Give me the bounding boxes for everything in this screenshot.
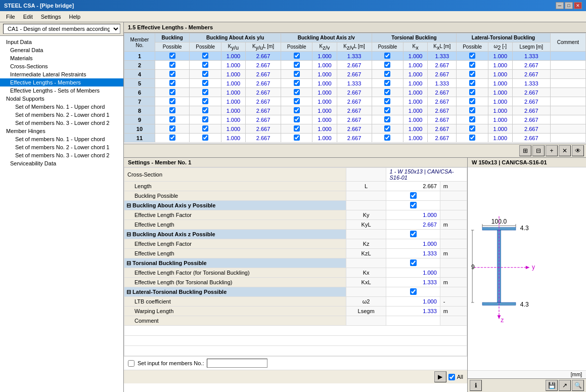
tree-cross-sections[interactable]: Cross-Sections bbox=[0, 62, 123, 70]
cell-by-poss[interactable] bbox=[190, 52, 221, 61]
cell-bt-poss[interactable] bbox=[372, 124, 403, 134]
buckling-y-cb[interactable] bbox=[386, 201, 440, 210]
tree-serviceability[interactable]: Serviceability Data bbox=[0, 159, 123, 167]
tree-materials[interactable]: Materials bbox=[0, 54, 123, 62]
cell-bt-poss[interactable] bbox=[372, 88, 403, 97]
graphic-export-btn[interactable]: ↗ bbox=[559, 380, 571, 391]
eff-length-factor-y-value[interactable] bbox=[386, 210, 440, 220]
tree-ns-lower-chord-2[interactable]: Set of members No. 3 - Lower chord 2 bbox=[0, 119, 123, 127]
design-case-dropdown[interactable]: CA1 - Design of steel members according … bbox=[3, 24, 120, 34]
tree-intermediate-lateral[interactable]: Intermediate Lateral Restraints bbox=[0, 70, 123, 78]
cell-by-poss[interactable] bbox=[190, 61, 221, 70]
tool-btn-1[interactable]: ⊞ bbox=[519, 145, 531, 156]
cell-b-poss[interactable] bbox=[155, 124, 190, 134]
table-row[interactable]: 6 1.000 2.667 1.000 2.667 1.000 2.667 1.… bbox=[124, 88, 586, 97]
cell-b-poss[interactable] bbox=[155, 97, 190, 106]
table-row[interactable]: 8 1.000 2.667 1.000 2.667 1.000 2.667 1.… bbox=[124, 106, 586, 115]
warping-length-value[interactable] bbox=[386, 307, 440, 316]
window-controls[interactable]: ─ □ ✕ bbox=[556, 2, 582, 9]
cell-bt-poss[interactable] bbox=[372, 61, 403, 70]
cell-by-poss[interactable] bbox=[190, 88, 221, 97]
cell-bz-poss[interactable] bbox=[281, 97, 312, 106]
table-row[interactable]: 2 1.000 2.667 1.000 2.667 1.000 2.667 1.… bbox=[124, 61, 586, 70]
tool-btn-2[interactable]: ⊟ bbox=[532, 145, 545, 156]
cell-blt-poss[interactable] bbox=[457, 61, 488, 70]
tree-effective-lengths-members[interactable]: Effective Lengths - Members bbox=[0, 78, 123, 86]
cell-bz-poss[interactable] bbox=[281, 124, 312, 134]
cell-b-poss[interactable] bbox=[155, 88, 190, 97]
tree-nodal-supports[interactable]: Nodal Supports bbox=[0, 95, 123, 103]
tool-btn-3[interactable]: + bbox=[546, 145, 558, 156]
table-row[interactable]: 11 1.000 2.667 1.000 2.667 1.000 2.667 1… bbox=[124, 134, 586, 143]
tree-general-data[interactable]: General Data bbox=[0, 46, 123, 54]
eff-length-t-value[interactable] bbox=[386, 278, 440, 287]
cell-b-poss[interactable] bbox=[155, 52, 190, 61]
cell-bt-poss[interactable] bbox=[372, 97, 403, 106]
eff-length-factor-z-value[interactable] bbox=[386, 239, 440, 249]
cell-bt-poss[interactable] bbox=[372, 106, 403, 115]
table-row[interactable]: 4 1.000 2.667 1.000 2.667 1.000 2.667 1.… bbox=[124, 70, 586, 79]
cell-bz-poss[interactable] bbox=[281, 61, 312, 70]
menu-help[interactable]: Help bbox=[65, 13, 84, 21]
tree-input-data[interactable]: Input Data bbox=[0, 38, 123, 46]
graphic-zoom-btn[interactable]: 🔍 bbox=[572, 380, 584, 391]
cell-b-poss[interactable] bbox=[155, 134, 190, 143]
all-checkbox[interactable] bbox=[448, 374, 455, 380]
cell-bt-poss[interactable] bbox=[372, 134, 403, 143]
cell-b-poss[interactable] bbox=[155, 115, 190, 124]
cell-bz-poss[interactable] bbox=[281, 88, 312, 97]
tree-mh-lower-chord-1[interactable]: Set of members No. 2 - Lower chord 1 bbox=[0, 143, 123, 151]
close-btn[interactable]: ✕ bbox=[574, 2, 582, 9]
cell-blt-poss[interactable] bbox=[457, 106, 488, 115]
tool-btn-view[interactable]: 👁 bbox=[572, 145, 584, 156]
cell-blt-poss[interactable] bbox=[457, 88, 488, 97]
comment-value[interactable] bbox=[386, 316, 440, 326]
cell-by-poss[interactable] bbox=[190, 124, 221, 134]
cell-bt-poss[interactable] bbox=[372, 70, 403, 79]
length-value[interactable] bbox=[386, 182, 440, 191]
table-row[interactable]: 7 1.000 2.667 1.000 2.667 1.000 2.667 1.… bbox=[124, 97, 586, 106]
set-input-go-btn[interactable]: ▶ bbox=[434, 371, 446, 382]
graphic-info-btn[interactable]: ℹ bbox=[470, 380, 482, 391]
table-row[interactable]: 1 1.000 2.667 1.000 1.333 1.000 1.333 1.… bbox=[124, 52, 586, 61]
minimize-btn[interactable]: ─ bbox=[556, 2, 564, 9]
cell-bt-poss[interactable] bbox=[372, 79, 403, 88]
ltb-coeff-value[interactable] bbox=[386, 297, 440, 307]
cell-blt-poss[interactable] bbox=[457, 79, 488, 88]
cell-blt-poss[interactable] bbox=[457, 52, 488, 61]
tree-ns-lower-chord-1[interactable]: Set of members No. 2 - Lower chord 1 bbox=[0, 111, 123, 119]
cell-by-poss[interactable] bbox=[190, 97, 221, 106]
cell-bz-poss[interactable] bbox=[281, 106, 312, 115]
cell-blt-poss[interactable] bbox=[457, 70, 488, 79]
buckling-possible-cb[interactable] bbox=[386, 191, 440, 201]
tool-btn-4[interactable]: ✕ bbox=[559, 145, 571, 156]
cell-blt-poss[interactable] bbox=[457, 134, 488, 143]
buckling-z-cb[interactable] bbox=[386, 230, 440, 239]
tree-ns-upper-chord[interactable]: Set of Members No. 1 - Upper chord bbox=[0, 103, 123, 111]
cell-bz-poss[interactable] bbox=[281, 115, 312, 124]
cell-b-poss[interactable] bbox=[155, 79, 190, 88]
tree-effective-lengths-sets[interactable]: Effective Lengths - Sets of Members bbox=[0, 86, 123, 95]
cell-by-poss[interactable] bbox=[190, 79, 221, 88]
set-input-field[interactable] bbox=[207, 359, 267, 368]
eff-length-y-value[interactable] bbox=[386, 220, 440, 230]
tree-mh-lower-chord-2[interactable]: Set of members No. 3 - Lower chord 2 bbox=[0, 151, 123, 159]
table-row[interactable]: 9 1.000 2.667 1.000 2.667 1.000 2.667 1.… bbox=[124, 115, 586, 124]
cell-bz-poss[interactable] bbox=[281, 52, 312, 61]
cell-blt-poss[interactable] bbox=[457, 124, 488, 134]
cell-bz-poss[interactable] bbox=[281, 79, 312, 88]
maximize-btn[interactable]: □ bbox=[565, 2, 573, 9]
cell-by-poss[interactable] bbox=[190, 106, 221, 115]
cell-bt-poss[interactable] bbox=[372, 115, 403, 124]
cell-by-poss[interactable] bbox=[190, 115, 221, 124]
cell-bz-poss[interactable] bbox=[281, 70, 312, 79]
table-row[interactable]: 5 1.000 2.667 1.000 1.333 1.000 1.333 1.… bbox=[124, 79, 586, 88]
cell-b-poss[interactable] bbox=[155, 106, 190, 115]
lateral-torsional-cb[interactable] bbox=[386, 287, 440, 297]
cell-bz-poss[interactable] bbox=[281, 134, 312, 143]
eff-length-z-value[interactable] bbox=[386, 249, 440, 258]
menu-file[interactable]: File bbox=[2, 13, 19, 21]
torsional-cb[interactable] bbox=[386, 258, 440, 268]
menu-settings[interactable]: Settings bbox=[37, 13, 65, 21]
cell-b-poss[interactable] bbox=[155, 61, 190, 70]
